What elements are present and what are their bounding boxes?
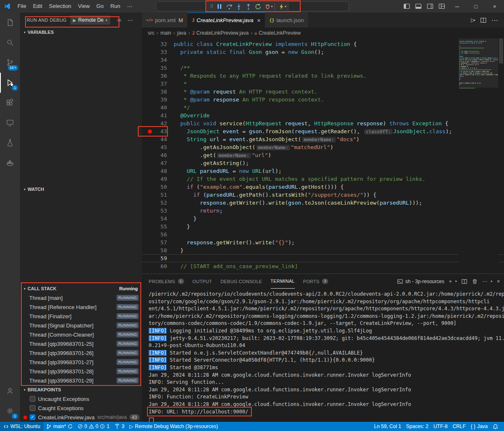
checkbox[interactable]: ✓ [30,414,35,420]
code-line[interactable]: 44 String url = event.getAsJsonObject(me… [142,135,504,143]
callstack-thread-row[interactable]: Thread [main]RUNNING [20,293,142,302]
menu-more[interactable]: ⋯ [124,3,136,10]
chevron-down-icon[interactable]: ▾ [455,279,457,283]
menu-run[interactable]: Run [107,0,124,13]
extensions-icon[interactable] [0,93,20,113]
customize-layout-icon[interactable] [436,0,448,13]
code-line[interactable]: 36 * Responds to any HTTP request relate… [142,72,504,80]
code-line[interactable]: 43 JsonObject event = gson.fromJson(requ… [142,127,504,135]
code-line[interactable]: 42 public void service(HttpRequest reque… [142,119,504,127]
code-line[interactable]: 46 .get(memberName:"url") [142,151,504,159]
step-into-button[interactable] [234,2,243,11]
code-line[interactable]: 50 if ("example.com".equals(parsedURL.ge… [142,183,504,191]
encoding-item[interactable]: UTF-8 [431,422,450,431]
git-branch-item[interactable]: main* [43,422,75,431]
menu-selection[interactable]: Selection [46,0,74,13]
problems-item[interactable]: 0 0 1 [75,422,112,431]
debug-config-dropdown[interactable]: ▶ Remote De ▾ [70,15,110,25]
code-line[interactable]: 58 } [142,246,504,254]
breakpoints-header[interactable]: ▾ BREAKPOINTS [20,385,142,394]
split-editor-icon[interactable] [480,17,486,23]
code-line[interactable]: 41 @Override [142,112,504,119]
breadcrumb-item[interactable]: src [148,30,154,36]
eol-item[interactable]: CRLF [450,422,468,431]
step-over-button[interactable] [224,2,234,11]
breakpoint-row[interactable]: Caught Exceptions [20,403,142,413]
indentation-item[interactable]: Spaces: 2 [404,422,431,431]
code-line[interactable]: 38 * @param request An HTTP request cont… [142,88,504,96]
toggle-sidebar-icon[interactable] [401,0,413,13]
minimize-button[interactable]: ─ [448,0,466,13]
search-icon[interactable] [0,33,20,53]
close-panel-icon[interactable]: × [497,279,500,284]
checkbox[interactable] [30,396,35,402]
callstack-thread-row[interactable]: Thread [Finalizer]RUNNING [20,312,142,321]
breakpoint-row[interactable]: Uncaught Exceptions [20,394,142,403]
callstack-thread-row[interactable]: Thread [Reference Handler]RUNNING [20,302,142,312]
forwarded-ports-item[interactable]: 3 [112,422,127,431]
code-line[interactable]: 55 } [142,223,504,231]
scrollbar-thumb[interactable] [499,38,503,63]
menu-file[interactable]: File [14,0,30,13]
task-item[interactable]: ▷ Remote Debug Watch (3p-resources) [127,422,220,431]
code-line[interactable]: 54 } [142,215,504,223]
code-editor[interactable]: 32public class CreateLinkPreview impleme… [142,38,504,274]
tab-launch.json[interactable]: {}launch.json [265,13,309,28]
checkbox[interactable] [30,405,35,411]
callstack-thread-row[interactable]: Thread [qtp399683701-26]RUNNING [20,348,142,357]
code-line[interactable]: 40 */ [142,104,504,112]
code-line[interactable]: 59 [142,254,504,262]
breadcrumb-item[interactable]: CreateLinkPreview [259,30,301,36]
menu-view[interactable]: View [75,0,93,13]
variables-header[interactable]: ▾ VARIABLES [20,28,142,37]
breakpoint-dot[interactable] [148,129,152,134]
toggle-secondary-sidebar-icon[interactable] [424,0,436,13]
minimap[interactable] [458,38,498,274]
callstack-thread-row[interactable]: Thread [Common-Cleaner]RUNNING [20,330,142,339]
code-line[interactable]: 56 [142,231,504,238]
toggle-panel-icon[interactable] [413,0,424,13]
close-window-button[interactable]: × [485,0,504,13]
restart-button[interactable] [253,2,263,11]
split-terminal-icon[interactable] [461,279,467,284]
code-line[interactable]: 33 private static final Gson gson = new … [142,48,504,56]
tab-pom.xml[interactable]: </>pom.xmlM [142,13,187,28]
tab-CreateLinkPreview.java[interactable]: JCreateLinkPreview.java× [187,13,265,28]
breadcrumb-item[interactable]: CreateLinkPreview.java [196,30,248,36]
code-line[interactable]: 45 .getAsJsonObject(memberName:"matchedU… [142,143,504,151]
editor-scrollbar[interactable] [498,38,504,274]
panel-more-icon[interactable]: ⋯ [482,279,487,284]
code-line[interactable]: 47 .getAsString(); [142,159,504,167]
code-line[interactable]: 52 response.getWriter().write(gson.toJso… [142,199,504,207]
watch-header[interactable]: ▾ WATCH [20,185,142,194]
code-line[interactable]: 37 * [142,80,504,88]
docker-icon[interactable] [0,153,20,173]
drag-handle-icon[interactable]: ⠿ [210,4,213,9]
menu-edit[interactable]: Edit [30,0,46,13]
chevron-down-icon[interactable]: ▾ [271,5,273,8]
maximize-panel-icon[interactable]: ▾ [491,279,492,283]
configure-gear-icon[interactable] [116,17,122,23]
code-line[interactable]: 53 return; [142,207,504,215]
callstack-thread-row[interactable]: Thread [qtp399683701-27]RUNNING [20,357,142,367]
callstack-thread-row[interactable]: Thread [Signal Dispatcher]RUNNING [20,321,142,330]
start-debug-icon[interactable]: ▶ [73,18,76,23]
panel-tab-ports[interactable]: PORTS3 [303,274,329,289]
maximize-button[interactable]: □ [466,0,485,13]
code-line[interactable]: 34 [142,56,504,64]
source-control-icon[interactable]: 1K+ [0,53,20,73]
code-line[interactable]: 51 if (parsedURL.getPath().startsWith("/… [142,191,504,199]
breadcrumb-item[interactable]: main [160,30,171,36]
accounts-icon[interactable] [0,381,20,401]
close-icon[interactable]: × [257,17,261,24]
code-line[interactable]: 49 // If the event object URL matches a … [142,175,504,183]
breakpoint-row[interactable]: ✓CreateLinkPreview.javasrc/main/java43 [20,413,142,422]
code-line[interactable]: 48 URL parsedURL = new URL(url); [142,167,504,175]
views-more-icon[interactable]: ⋯ [127,17,133,23]
panel-tab-output[interactable]: OUTPUT [192,274,212,289]
menu-go[interactable]: Go [93,0,107,13]
step-out-button[interactable] [243,2,253,11]
notifications-bell-icon[interactable] [490,422,501,431]
code-line[interactable]: 57 response.getWriter().write("{}"); [142,238,504,246]
pause-button[interactable] [215,2,224,11]
